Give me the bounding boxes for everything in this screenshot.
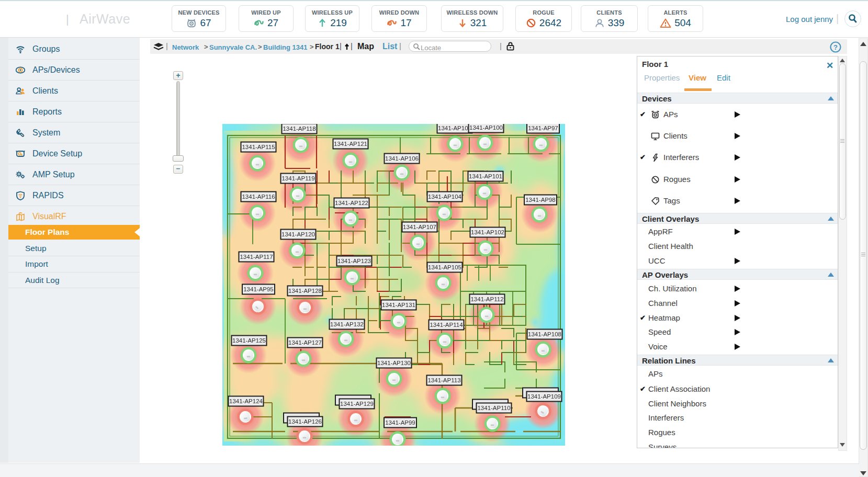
svg-text:1341-AP125: 1341-AP125	[232, 337, 266, 344]
svg-text:1341-AP103: 1341-AP103	[438, 125, 471, 131]
svg-text:?: ?	[833, 43, 838, 51]
svg-text:1341-AP104: 1341-AP104	[428, 194, 462, 200]
svg-text:1341-AP124: 1341-AP124	[229, 398, 263, 404]
svg-text:1341-AP122: 1341-AP122	[335, 200, 368, 206]
svg-text:1341-AP118: 1341-AP118	[283, 126, 315, 132]
svg-text:1341-AP117: 1341-AP117	[240, 254, 273, 260]
svg-text:1341-AP98: 1341-AP98	[525, 197, 556, 203]
svg-text:1341-AP115: 1341-AP115	[242, 144, 275, 150]
svg-text:1341-AP127: 1341-AP127	[288, 339, 322, 346]
svg-text:1341-AP131: 1341-AP131	[382, 302, 415, 308]
svg-text:1341-AP110: 1341-AP110	[477, 405, 510, 411]
svg-text:1341-AP106: 1341-AP106	[385, 155, 419, 162]
svg-text:1341-AP97: 1341-AP97	[528, 125, 558, 131]
svg-text:1341-AP113: 1341-AP113	[427, 377, 460, 383]
svg-text:1341-AP102: 1341-AP102	[471, 229, 504, 235]
svg-text:1341-AP101: 1341-AP101	[469, 173, 502, 179]
svg-text:1341-AP100: 1341-AP100	[469, 124, 503, 131]
svg-text:1341-AP132: 1341-AP132	[330, 321, 364, 327]
svg-text:1341-AP108: 1341-AP108	[528, 331, 561, 337]
svg-text:1341-AP105: 1341-AP105	[428, 264, 461, 270]
svg-text:1341-AP99: 1341-AP99	[385, 419, 415, 426]
svg-text:1341-AP121: 1341-AP121	[334, 141, 367, 147]
svg-text:1341-AP114: 1341-AP114	[430, 322, 463, 328]
svg-text:1341-AP126: 1341-AP126	[288, 418, 322, 425]
svg-text:1341-AP107: 1341-AP107	[403, 224, 436, 230]
svg-text:1341-AP128: 1341-AP128	[288, 288, 322, 294]
svg-text:1341-AP109: 1341-AP109	[527, 393, 561, 400]
svg-text:1341-AP123: 1341-AP123	[337, 258, 371, 264]
svg-text:1341-AP120: 1341-AP120	[281, 231, 315, 237]
svg-text:1341-AP116: 1341-AP116	[242, 194, 275, 200]
svg-text:1341-AP130: 1341-AP130	[377, 360, 411, 366]
svg-text:1341-AP112: 1341-AP112	[470, 296, 503, 302]
svg-text:1341-AP95: 1341-AP95	[243, 286, 274, 292]
svg-text:1341-AP119: 1341-AP119	[281, 175, 314, 181]
svg-text:1341-AP129: 1341-AP129	[340, 401, 374, 407]
